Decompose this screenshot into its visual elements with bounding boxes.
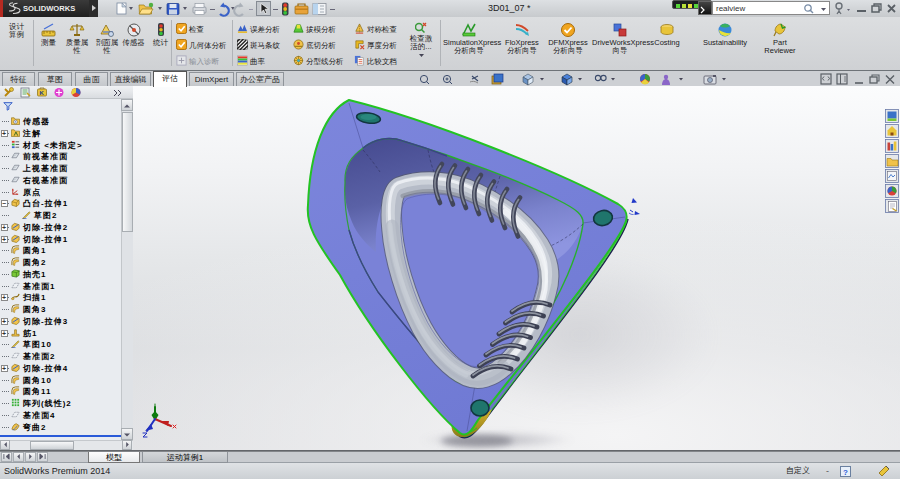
svg-text:K: K <box>40 90 45 96</box>
svg-text:?: ? <box>843 467 848 476</box>
svg-text:SOLIDWORKS: SOLIDWORKS <box>23 4 75 13</box>
